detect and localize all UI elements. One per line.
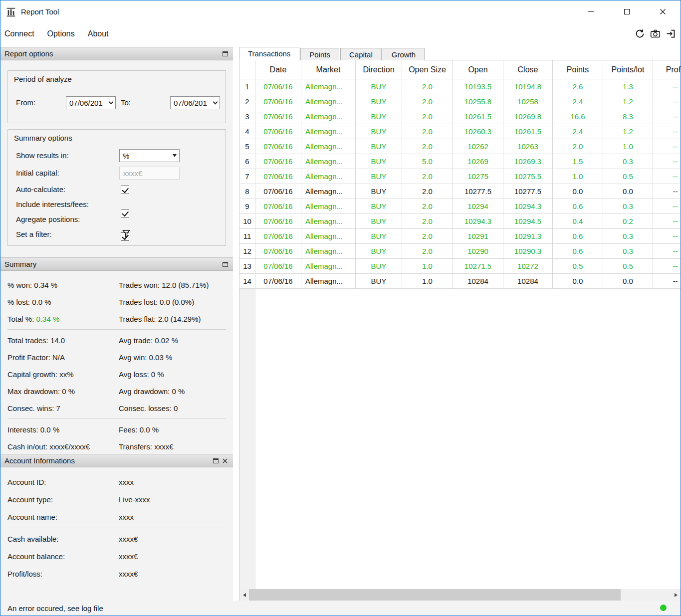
filter-button[interactable]	[122, 229, 130, 239]
cell-open[interactable]: 10262	[453, 139, 503, 154]
cell-points[interactable]: 0.6	[553, 199, 603, 214]
col-header-profit[interactable]: Profit	[653, 60, 681, 79]
cell-date[interactable]: 07/06/16	[255, 274, 301, 289]
cell-direction[interactable]: BUY	[356, 214, 402, 229]
cell-profit[interactable]: --	[653, 124, 681, 139]
tab-transactions[interactable]: Transactions	[239, 47, 299, 60]
to-date-select[interactable]: 07/06/201	[170, 96, 220, 109]
cell-market[interactable]: Allemagn...	[301, 139, 356, 154]
cell-points-lot[interactable]: 0.5	[603, 259, 653, 274]
titlebar[interactable]: Report Tool	[0, 0, 681, 23]
horizontal-scrollbar[interactable]	[239, 589, 681, 601]
cell-points[interactable]: 0.6	[553, 244, 603, 259]
cell-date[interactable]: 07/06/16	[255, 154, 301, 169]
float-panel-button[interactable]	[212, 457, 220, 465]
cell-market[interactable]: Allemagn...	[301, 184, 356, 199]
cell-open-size[interactable]: 2.0	[402, 79, 453, 94]
cell-date[interactable]: 07/06/16	[255, 229, 301, 244]
cell-open-size[interactable]: 2.0	[402, 109, 453, 124]
cell-date[interactable]: 07/06/16	[255, 214, 301, 229]
cell-close[interactable]: 10194.8	[503, 79, 553, 94]
cell-date[interactable]: 07/06/16	[255, 244, 301, 259]
cell-direction[interactable]: BUY	[356, 139, 402, 154]
cell-direction[interactable]: BUY	[356, 184, 402, 199]
maximize-button[interactable]	[609, 0, 645, 23]
cell-profit[interactable]: --	[653, 94, 681, 109]
cell-profit[interactable]: --	[653, 79, 681, 94]
auto-calculate-checkbox[interactable]	[121, 186, 129, 194]
cell-direction[interactable]: BUY	[356, 79, 402, 94]
cell-open[interactable]: 10271.5	[453, 259, 503, 274]
cell-points-lot[interactable]: 0.3	[603, 154, 653, 169]
table-row[interactable]: 307/06/16Allemagn...BUY2.010261.510269.8…	[239, 109, 681, 124]
cell-market[interactable]: Allemagn...	[301, 94, 356, 109]
cell-points[interactable]: 0.0	[553, 184, 603, 199]
table-row[interactable]: 907/06/16Allemagn...BUY2.01029410294.30.…	[239, 199, 681, 214]
cell-date[interactable]: 07/06/16	[255, 94, 301, 109]
cell-date[interactable]: 07/06/16	[255, 139, 301, 154]
cell-points-lot[interactable]: 1.3	[603, 79, 653, 94]
cell-close[interactable]: 10291.3	[503, 229, 553, 244]
cell-direction[interactable]: BUY	[356, 124, 402, 139]
cell-direction[interactable]: BUY	[356, 154, 402, 169]
col-header-open[interactable]: Open	[453, 60, 503, 79]
cell-date[interactable]: 07/06/16	[255, 109, 301, 124]
cell-profit[interactable]: --	[653, 154, 681, 169]
cell-open[interactable]: 10261.5	[453, 109, 503, 124]
col-header-points[interactable]: Points	[553, 60, 603, 79]
cell-open-size[interactable]: 1.0	[402, 259, 453, 274]
include-interests-checkbox[interactable]	[121, 209, 129, 217]
cell-open-size[interactable]: 5.0	[402, 154, 453, 169]
table-row[interactable]: 107/06/16Allemagn...BUY2.010193.510194.8…	[239, 79, 681, 94]
cell-points-lot[interactable]: 0.0	[603, 184, 653, 199]
cell-open[interactable]: 10284	[453, 274, 503, 289]
cell-close[interactable]: 10284	[503, 274, 553, 289]
minimize-button[interactable]	[573, 0, 609, 23]
cell-market[interactable]: Allemagn...	[301, 229, 356, 244]
col-header-points-lot[interactable]: Points/lot	[603, 60, 653, 79]
screenshot-button[interactable]	[649, 27, 662, 40]
cell-open-size[interactable]: 1.0	[402, 274, 453, 289]
close-button[interactable]	[645, 0, 681, 23]
cell-open-size[interactable]: 2.0	[402, 94, 453, 109]
cell-date[interactable]: 07/06/16	[255, 259, 301, 274]
menu-about[interactable]: About	[81, 26, 115, 41]
export-button[interactable]	[664, 27, 678, 40]
cell-points[interactable]: 1.5	[553, 154, 603, 169]
cell-open-size[interactable]: 2.0	[402, 244, 453, 259]
cell-open[interactable]: 10294.3	[453, 214, 503, 229]
cell-open[interactable]: 10275	[453, 169, 503, 184]
cell-direction[interactable]: BUY	[356, 199, 402, 214]
cell-date[interactable]: 07/06/16	[255, 199, 301, 214]
cell-profit[interactable]: --	[653, 274, 681, 289]
cell-direction[interactable]: BUY	[356, 244, 402, 259]
cell-market[interactable]: Allemagn...	[301, 154, 356, 169]
cell-open-size[interactable]: 2.0	[402, 124, 453, 139]
cell-open[interactable]: 10277.5	[453, 184, 503, 199]
cell-profit[interactable]: --	[653, 214, 681, 229]
menu-connect[interactable]: Connect	[0, 26, 41, 41]
cell-date[interactable]: 07/06/16	[255, 124, 301, 139]
cell-profit[interactable]: --	[653, 169, 681, 184]
cell-points-lot[interactable]: 1.0	[603, 139, 653, 154]
cell-points-lot[interactable]: 1.2	[603, 124, 653, 139]
cell-close[interactable]: 10258	[503, 94, 553, 109]
tab-points[interactable]: Points	[300, 48, 339, 60]
cell-direction[interactable]: BUY	[356, 259, 402, 274]
float-panel-button[interactable]	[221, 50, 229, 58]
cell-market[interactable]: Allemagn...	[301, 124, 356, 139]
cell-direction[interactable]: BUY	[356, 274, 402, 289]
cell-open-size[interactable]: 2.0	[402, 139, 453, 154]
table-row[interactable]: 507/06/16Allemagn...BUY2.010262102632.01…	[239, 139, 681, 154]
cell-points[interactable]: 2.4	[553, 124, 603, 139]
cell-market[interactable]: Allemagn...	[301, 199, 356, 214]
cell-direction[interactable]: BUY	[356, 109, 402, 124]
cell-profit[interactable]: --	[653, 229, 681, 244]
cell-points-lot[interactable]: 8.3	[603, 109, 653, 124]
cell-open-size[interactable]: 2.0	[402, 184, 453, 199]
cell-open-size[interactable]: 2.0	[402, 169, 453, 184]
cell-points-lot[interactable]: 0.2	[603, 214, 653, 229]
cell-points[interactable]: 16.6	[553, 109, 603, 124]
initial-capital-input[interactable]: xxxx€	[119, 167, 180, 180]
cell-close[interactable]: 10294.3	[503, 199, 553, 214]
